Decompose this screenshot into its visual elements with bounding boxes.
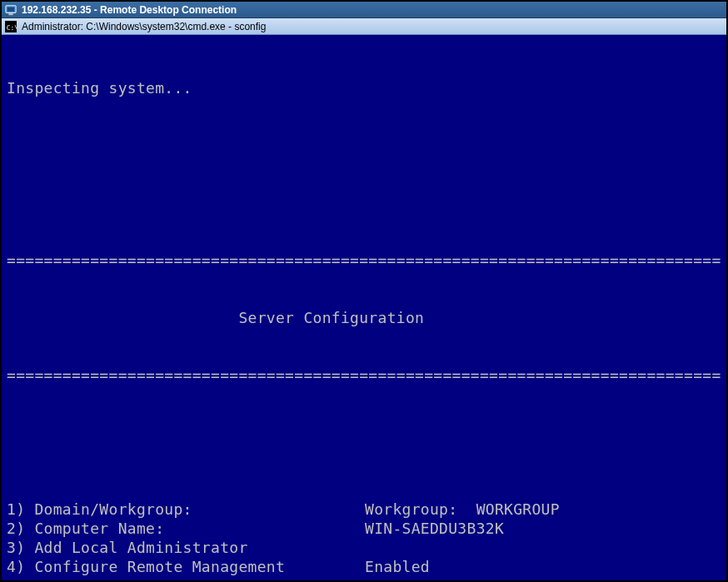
menu-item-value: WIN-SAEDDU3B32K bbox=[365, 519, 504, 538]
config-title: Server Configuration bbox=[238, 309, 424, 326]
rdc-titlebar[interactable]: 192.168.232.35 - Remote Desktop Connecti… bbox=[2, 2, 726, 18]
svg-rect-2 bbox=[8, 13, 12, 15]
blank-line bbox=[7, 136, 721, 155]
rdc-icon bbox=[5, 4, 17, 16]
menu-item[interactable]: 1) Domain/Workgroup:Workgroup: WORKGROUP bbox=[7, 500, 721, 519]
menu-item[interactable]: 3) Add Local Administrator bbox=[7, 538, 721, 557]
menu-item[interactable]: 2) Computer Name:WIN-SAEDDU3B32K bbox=[7, 519, 721, 538]
menu-item-label: 4) Configure Remote Management bbox=[7, 557, 365, 576]
svg-text:C:\: C:\ bbox=[7, 23, 17, 31]
inspecting-line: Inspecting system... bbox=[7, 78, 721, 97]
window-frame: 192.168.232.35 - Remote Desktop Connecti… bbox=[0, 0, 728, 582]
blank-line bbox=[7, 193, 721, 212]
blank-line bbox=[7, 423, 721, 442]
menu-item-label: 1) Domain/Workgroup: bbox=[7, 500, 365, 519]
rdc-title: 192.168.232.35 - Remote Desktop Connecti… bbox=[22, 4, 237, 16]
cmd-title: Administrator: C:\Windows\system32\cmd.e… bbox=[22, 21, 266, 32]
config-header: Server Configuration bbox=[7, 308, 721, 327]
menu-item-value: Enabled bbox=[365, 557, 430, 576]
svg-rect-1 bbox=[7, 7, 15, 11]
separator-bottom: ========================================… bbox=[7, 366, 721, 385]
cmd-icon: C:\ bbox=[5, 21, 17, 32]
menu-item-value: Workgroup: WORKGROUP bbox=[365, 500, 560, 519]
menu-block: 1) Domain/Workgroup:Workgroup: WORKGROUP… bbox=[7, 500, 721, 576]
menu-item-label: 2) Computer Name: bbox=[7, 519, 365, 538]
cmd-titlebar[interactable]: C:\ Administrator: C:\Windows\system32\c… bbox=[2, 18, 726, 35]
separator-top: ========================================… bbox=[7, 251, 721, 270]
menu-item[interactable]: 4) Configure Remote ManagementEnabled bbox=[7, 557, 721, 576]
terminal-area[interactable]: Inspecting system... ===================… bbox=[2, 35, 726, 580]
menu-item-label: 3) Add Local Administrator bbox=[7, 538, 365, 557]
